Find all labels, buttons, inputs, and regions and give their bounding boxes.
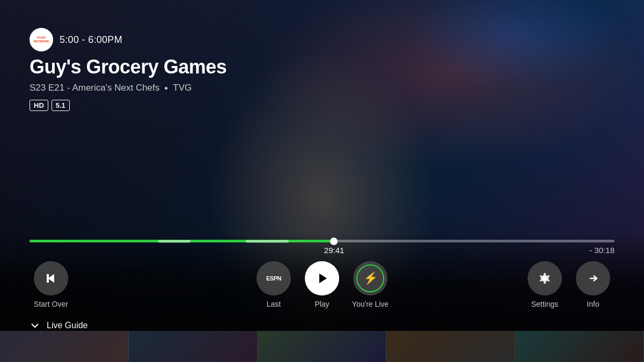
channel-logo-text: foodnetwork: [34, 36, 49, 43]
live-inner-ring: ⚡: [356, 264, 384, 292]
channel-row: foodnetwork 5:00 - 6:00PM: [30, 28, 226, 51]
channel-logo: foodnetwork: [30, 28, 53, 51]
last-button[interactable]: ESPN Last: [252, 261, 295, 308]
youre-live-button[interactable]: ⚡ You're Live: [349, 261, 392, 308]
start-over-label: Start Over: [34, 300, 68, 308]
time-range: 5:00 - 6:00PM: [60, 34, 122, 46]
settings-icon: [537, 271, 552, 286]
play-circle: [305, 261, 339, 295]
thumbnail-1[interactable]: [0, 331, 129, 362]
hd-badge: HD: [30, 100, 48, 111]
play-icon: [314, 271, 330, 286]
progress-bar[interactable]: [30, 240, 614, 242]
progress-area[interactable]: 29:41 - 30:18: [30, 240, 614, 255]
controls-left: Start Over: [30, 261, 72, 308]
live-guide-label: Live Guide: [47, 321, 88, 330]
rating-label: TVG: [173, 83, 192, 93]
start-over-button[interactable]: Start Over: [30, 261, 72, 308]
start-over-circle: [34, 261, 68, 295]
chevron-down-icon: [30, 320, 40, 331]
episode-info: S23 E21 - America's Next Chefs TVG: [30, 83, 226, 93]
thumbnail-5[interactable]: [515, 331, 644, 362]
current-time: 29:41: [324, 246, 345, 255]
start-over-icon: [43, 271, 58, 286]
show-title: Guy's Grocery Games: [30, 56, 226, 78]
play-button[interactable]: Play: [301, 261, 343, 308]
info-button[interactable]: Info: [572, 261, 614, 308]
youre-live-label: You're Live: [352, 300, 389, 308]
controls-center: ESPN Last Play ⚡ You're Live: [252, 261, 392, 308]
episode-label: S23 E21 - America's Next Chefs: [30, 83, 159, 93]
thumbnail-2[interactable]: [129, 331, 258, 362]
settings-label: Settings: [531, 300, 559, 308]
progress-thumb[interactable]: [330, 238, 338, 245]
live-circle: ⚡: [353, 261, 387, 295]
thumbnails-row: [0, 331, 644, 362]
chapter-marker-2: [246, 240, 289, 242]
thumbnail-4[interactable]: [386, 331, 515, 362]
settings-button[interactable]: Settings: [523, 261, 566, 308]
live-guide-bar[interactable]: Live Guide: [30, 320, 644, 331]
audio-badge: 5.1: [52, 100, 70, 111]
chapter-marker-1: [158, 240, 191, 242]
remaining-time: - 30:18: [589, 246, 614, 255]
last-circle: ESPN: [257, 261, 291, 295]
time-row: 29:41 - 30:18: [30, 246, 614, 255]
chevron-icon-svg: [30, 321, 40, 330]
info-label: Info: [587, 300, 599, 308]
controls-row: Start Over ESPN Last Play ⚡: [30, 261, 614, 308]
espn-icon: ESPN: [266, 275, 281, 282]
info-circle: [576, 261, 610, 295]
svg-marker-2: [319, 274, 327, 283]
svg-rect-1: [47, 274, 49, 283]
show-info: foodnetwork 5:00 - 6:00PM Guy's Grocery …: [30, 28, 226, 111]
badges: HD 5.1: [30, 100, 226, 111]
last-label: Last: [267, 300, 281, 308]
play-label: Play: [314, 300, 329, 308]
info-icon: [586, 271, 601, 286]
thumbnail-3[interactable]: [258, 331, 386, 362]
dot-separator: [165, 87, 167, 90]
settings-circle: [528, 261, 562, 295]
lightning-icon: ⚡: [363, 271, 378, 285]
controls-right: Settings Info: [523, 261, 614, 308]
